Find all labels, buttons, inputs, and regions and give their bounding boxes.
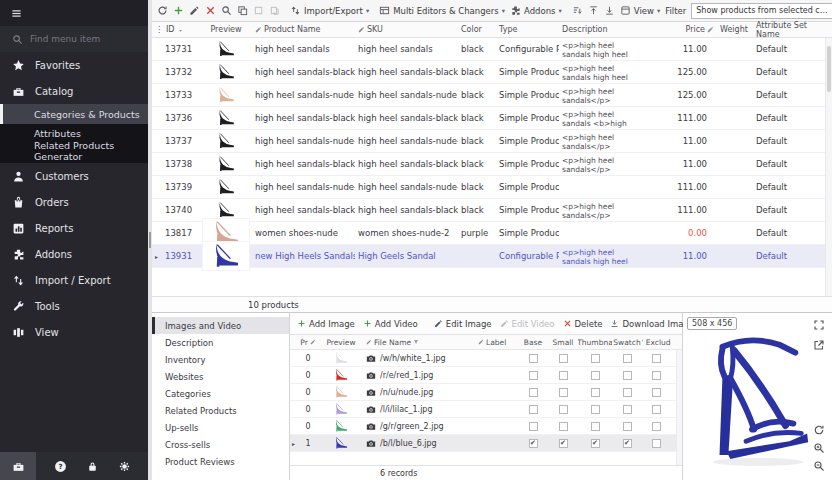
delete-product-button[interactable] [205,5,216,16]
catalog-shortcut-button[interactable] [0,452,36,480]
open-external-icon[interactable] [813,339,825,351]
column-header-file-name[interactable]: File Name [364,338,476,347]
hamburger-menu-icon[interactable] [11,8,22,19]
zoom-in-icon[interactable] [813,442,825,454]
column-header-swatch[interactable]: Swatch [612,338,642,347]
details-tab[interactable]: Up-sells [152,419,289,436]
sidebar-item-favorites[interactable]: Favorites [0,52,148,78]
addons-menu[interactable]: Addons▾ [510,5,562,16]
exclude-checkbox[interactable] [652,388,661,397]
edit-video-button[interactable]: Edit Video [500,319,555,329]
lock-icon[interactable] [86,460,99,473]
table-row[interactable]: ▸ 13817 women shoes-nude women shoes-nud… [152,222,832,245]
column-header-type[interactable]: Type [496,25,559,34]
sidebar-item-tools[interactable]: Tools [0,293,148,319]
thumbnail-checkbox[interactable] [591,422,600,431]
image-row[interactable]: ▸ 0 [290,401,682,418]
column-header-small[interactable]: Small [548,338,578,347]
swatch-checkbox[interactable] [623,354,632,363]
small-checkbox[interactable] [559,422,568,431]
fullscreen-icon[interactable] [813,319,825,331]
row-expander[interactable]: ▸ [290,355,298,362]
sort-attributes-button[interactable] [572,5,583,16]
column-header-description[interactable]: Description [559,25,647,34]
exclude-checkbox[interactable] [652,439,661,448]
details-tab[interactable]: Categories [152,385,289,402]
table-row[interactable]: ▸ 13731 high heel sandals high heel sand… [152,38,832,61]
exclude-checkbox[interactable] [652,405,661,414]
view-menu[interactable]: View▾ [620,5,660,16]
scrollbar-thumb[interactable] [827,46,831,92]
small-checkbox[interactable] [559,388,568,397]
add-product-button[interactable] [173,5,184,16]
row-expander[interactable]: ▸ [152,69,162,76]
swatch-checkbox[interactable] [623,422,632,431]
table-row[interactable]: ▸ 13736 high heel sandals-black-36 high … [152,107,832,130]
sidebar-item-categories-products[interactable]: Categories & Products [0,104,148,124]
grid-vertical-scrollbar[interactable] [825,38,832,296]
details-tab[interactable]: Description [152,334,289,351]
base-checkbox[interactable] [529,422,538,431]
row-expander[interactable]: ▸ [152,92,162,99]
thumbnail-checkbox[interactable] [591,405,600,414]
column-header-sku[interactable]: SKU [355,25,458,34]
row-expander[interactable]: ▸ [152,161,162,168]
images-vertical-scrollbar[interactable] [676,350,682,465]
image-row[interactable]: ▸ 0 [290,418,682,435]
table-row[interactable]: ▸ 13733 high heel sandals-nude high heel [152,84,832,107]
download-image-button[interactable]: Download Image [610,319,694,329]
row-expander[interactable]: ▸ [152,253,162,260]
table-row[interactable]: ▸ 13738 high heel sandals-black-37 high … [152,153,832,176]
column-header-label[interactable]: Label [476,338,518,347]
row-expander[interactable]: ▸ [152,138,162,145]
sidebar-item-orders[interactable]: Orders [0,189,148,215]
column-header-price[interactable]: Price [647,25,717,34]
column-header-preview[interactable]: Preview [200,25,252,34]
column-header-product-name[interactable]: Product Name [252,25,355,34]
row-expander[interactable]: ▸ [152,184,162,191]
row-expander[interactable]: ▸ [152,230,162,237]
rotate-icon[interactable] [813,424,825,436]
sidebar-item-addons[interactable]: Addons [0,241,148,267]
base-checkbox[interactable] [529,388,538,397]
panel-splitter[interactable] [148,0,152,480]
row-expander[interactable]: ▸ [290,372,298,379]
import-export-menu[interactable]: Import/Export▾ [290,5,369,16]
swatch-checkbox[interactable] [623,439,632,448]
column-header-position[interactable]: Pr [298,338,318,347]
column-header-attribute-set[interactable]: Attribute Set Name [753,21,825,39]
row-expander[interactable]: ▸ [152,207,162,214]
expand-all-button[interactable] [588,5,599,16]
row-expander[interactable]: ▸ [290,423,298,430]
details-tab[interactable]: Cross-sells [152,436,289,453]
image-row[interactable]: ▸ 0 [290,350,682,367]
zoom-out-icon[interactable] [813,460,825,472]
details-tab[interactable]: Related Products [152,402,289,419]
column-header-base[interactable]: Base [518,338,548,347]
edit-image-button[interactable]: Edit Image [434,319,492,329]
table-row[interactable]: ▸ 13732 high heel sandals-black high hee… [152,61,832,84]
details-tab[interactable]: Images and Video [152,317,289,334]
details-tab[interactable]: Inventory [152,351,289,368]
details-tab[interactable]: Websites [152,368,289,385]
row-expander[interactable]: ▸ [290,406,298,413]
sidebar-item-related-products-generator[interactable]: Related Products Generator [0,142,148,160]
small-checkbox[interactable] [559,405,568,414]
exclude-checkbox[interactable] [652,354,661,363]
exclude-checkbox[interactable] [652,371,661,380]
small-checkbox[interactable] [559,371,568,380]
base-checkbox[interactable] [529,405,538,414]
table-row[interactable]: ▸ 13739 high heel sandals-nude-37 high h… [152,176,832,199]
row-expander[interactable]: ▸ [152,115,162,122]
image-row[interactable]: ▸ 1 [290,435,682,452]
sidebar-item-catalog[interactable]: Catalog [0,78,148,104]
swatch-checkbox[interactable] [623,405,632,414]
paste-button[interactable] [269,5,280,16]
gear-icon[interactable] [118,460,131,473]
details-tab[interactable]: Product Reviews [152,453,289,470]
select-button[interactable] [253,5,264,16]
base-checkbox[interactable] [529,371,538,380]
menu-search-input[interactable] [30,34,130,44]
collapse-all-button[interactable] [604,5,615,16]
column-header-id[interactable]: ID [162,25,200,34]
